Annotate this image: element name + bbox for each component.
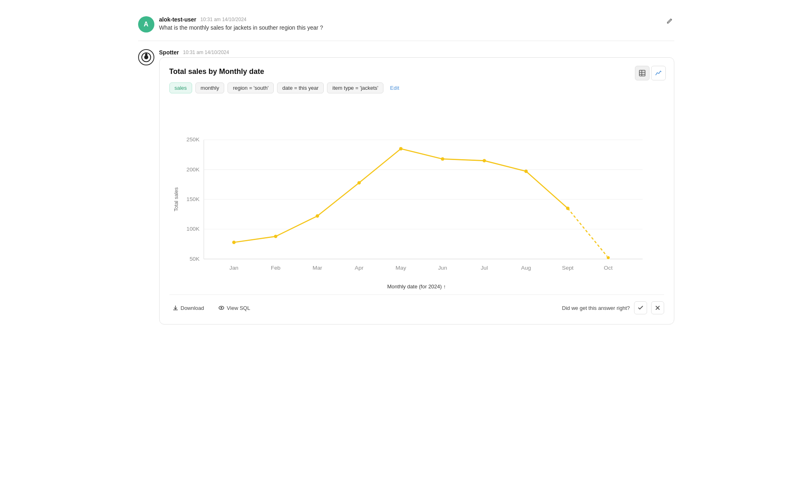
svg-text:Mar: Mar <box>312 265 322 271</box>
thumbs-down-button[interactable] <box>651 301 664 314</box>
eye-icon <box>219 305 224 311</box>
svg-point-35 <box>441 157 444 160</box>
svg-text:200K: 200K <box>186 167 199 173</box>
download-icon <box>173 305 178 311</box>
close-icon <box>654 305 661 311</box>
user-timestamp: 10:31 am 14/10/2024 <box>200 17 246 22</box>
svg-line-29 <box>567 208 608 258</box>
user-message: A alok-test-user 10:31 am 14/10/2024 Wha… <box>138 8 674 41</box>
filter-tag-itemtype[interactable]: item type = 'jackets' <box>327 82 383 93</box>
chart-toolbar <box>635 66 666 80</box>
spotter-logo-icon <box>141 52 152 63</box>
svg-point-33 <box>357 181 360 184</box>
svg-text:250K: 250K <box>186 137 199 143</box>
svg-text:Jul: Jul <box>481 265 488 271</box>
checkmark-icon <box>637 305 644 311</box>
svg-point-39 <box>606 256 610 259</box>
svg-point-32 <box>316 214 319 218</box>
filter-tag-monthly[interactable]: monthly <box>195 82 225 93</box>
user-message-header: alok-test-user 10:31 am 14/10/2024 <box>159 16 660 23</box>
filter-tags: sales monthly region = 'south' date = th… <box>169 82 664 93</box>
table-view-button[interactable] <box>635 66 650 80</box>
thumbs-up-button[interactable] <box>634 301 647 314</box>
svg-text:Feb: Feb <box>271 265 280 271</box>
svg-text:May: May <box>395 265 406 271</box>
line-chart-icon <box>655 69 662 77</box>
edit-message-button[interactable] <box>665 16 674 27</box>
footer-left: Download View SQL <box>169 303 253 313</box>
edit-filters-button[interactable]: Edit <box>387 83 402 93</box>
download-button[interactable]: Download <box>169 303 208 313</box>
filter-tag-date[interactable]: date = this year <box>277 82 324 93</box>
username: alok-test-user <box>159 16 197 23</box>
table-icon <box>639 69 646 77</box>
view-sql-label: View SQL <box>227 305 250 311</box>
chart-view-button[interactable] <box>651 66 666 80</box>
chart-x-axis-title: Monthly date (for 2024) ↑ <box>169 283 664 290</box>
svg-text:Apr: Apr <box>355 265 364 271</box>
chart-card: Total sales by Monthly date sales monthl… <box>159 57 674 324</box>
spotter-avatar <box>138 49 154 65</box>
chart-svg: 50K 100K 150K 200K 250K Total sales Jan … <box>169 102 664 280</box>
download-label: Download <box>181 305 204 311</box>
chart-area: 50K 100K 150K 200K 250K Total sales Jan … <box>169 102 664 280</box>
svg-point-38 <box>566 207 569 210</box>
feedback-question: Did we get this answer right? <box>562 305 630 311</box>
svg-text:Aug: Aug <box>521 265 531 271</box>
svg-text:Oct: Oct <box>604 265 613 271</box>
svg-text:100K: 100K <box>186 226 199 232</box>
spotter-message-content: Spotter 10:31 am 14/10/2024 <box>159 49 674 324</box>
svg-point-36 <box>483 159 486 162</box>
svg-point-30 <box>232 241 235 244</box>
svg-text:50K: 50K <box>189 256 199 262</box>
svg-rect-2 <box>639 70 645 76</box>
svg-point-34 <box>399 147 402 150</box>
spotter-message: Spotter 10:31 am 14/10/2024 <box>138 41 674 333</box>
pencil-icon <box>666 18 673 24</box>
chart-footer: Download View SQL Did we get this answer… <box>169 294 664 314</box>
user-message-content: alok-test-user 10:31 am 14/10/2024 What … <box>159 16 660 31</box>
user-avatar: A <box>138 16 154 32</box>
spotter-name: Spotter <box>159 49 179 56</box>
spotter-message-header: Spotter 10:31 am 14/10/2024 <box>159 49 674 56</box>
svg-text:Jun: Jun <box>438 265 447 271</box>
view-sql-button[interactable]: View SQL <box>215 303 253 313</box>
svg-text:Jan: Jan <box>229 265 238 271</box>
spotter-timestamp: 10:31 am 14/10/2024 <box>183 50 229 55</box>
filter-tag-sales[interactable]: sales <box>169 82 192 93</box>
svg-point-42 <box>221 307 222 309</box>
svg-text:Sept: Sept <box>562 265 574 271</box>
chart-title: Total sales by Monthly date <box>169 67 664 76</box>
svg-point-37 <box>524 170 527 173</box>
user-question: What is the monthly sales for jackets in… <box>159 24 660 31</box>
filter-tag-region[interactable]: region = 'south' <box>227 82 274 93</box>
svg-text:Total sales: Total sales <box>173 187 179 211</box>
svg-point-31 <box>274 235 277 238</box>
footer-right: Did we get this answer right? <box>562 301 664 314</box>
svg-text:150K: 150K <box>186 196 199 202</box>
